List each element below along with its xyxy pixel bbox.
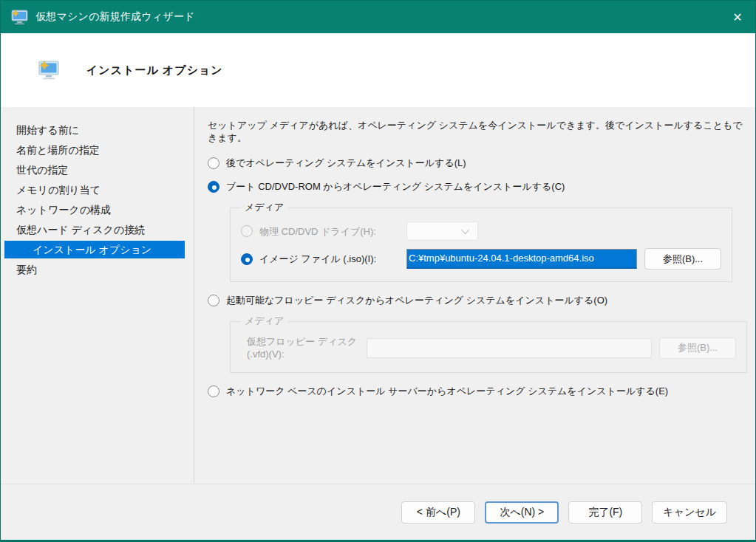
main-content: セットアップ メディアがあれば、オペレーティング システムを今インストールできま… <box>194 107 756 484</box>
sidebar-item-network[interactable]: ネットワークの構成 <box>1 200 194 220</box>
image-file-row: イメージ ファイル (.iso)(I): C:¥tmp¥ubuntu-24.04… <box>239 248 721 270</box>
browse-vfd-button: 参照(B)... <box>659 337 736 359</box>
radio-network-install[interactable]: ネットワーク ベースのインストール サーバーからオペレーティング システムをイン… <box>208 385 747 397</box>
finish-button[interactable]: 完了(F) <box>568 501 642 524</box>
radio-disabled-icon <box>241 225 253 237</box>
vfd-row: 仮想フロッピー ディスク (.vfd)(V): 参照(B)... <box>239 335 736 360</box>
wizard-window: 仮想マシンの新規作成ウィザード ✕ インストール オプション 開始する前に 名前… <box>0 0 756 542</box>
chevron-down-icon <box>461 226 469 234</box>
physical-drive-select <box>406 222 478 241</box>
cancel-button[interactable]: キャンセル <box>652 501 727 524</box>
radio-install-from-cd[interactable]: ブート CD/DVD-ROM からオペレーティング システムをインストールする(… <box>208 180 747 193</box>
wizard-body: 開始する前に 名前と場所の指定 世代の指定 メモリの割り当て ネットワークの構成… <box>1 107 755 484</box>
image-file-label: イメージ ファイル (.iso)(I): <box>259 253 406 265</box>
radio-checked-icon <box>241 253 253 265</box>
sidebar-item-install-options[interactable]: インストール オプション <box>4 241 185 258</box>
sidebar-item-before-you-begin[interactable]: 開始する前に <box>1 120 194 140</box>
radio-network-install-label: ネットワーク ベースのインストール サーバーからオペレーティング システムをイン… <box>226 385 668 397</box>
page-header: インストール オプション <box>1 33 755 107</box>
next-button[interactable]: 次へ(N) > <box>485 501 559 524</box>
intro-text: セットアップ メディアがあれば、オペレーティング システムを今インストールできま… <box>208 119 746 144</box>
iso-path-input[interactable]: C:¥tmp¥ubuntu-24.04.1-desktop-amd64.iso <box>406 249 637 269</box>
sidebar-item-memory[interactable]: メモリの割り当て <box>1 180 194 200</box>
radio-checked-icon <box>208 181 219 193</box>
radio-install-later[interactable]: 後でオペレーティング システムをインストールする(L) <box>208 157 747 169</box>
radio-install-later-label: 後でオペレーティング システムをインストールする(L) <box>226 157 466 169</box>
radio-unchecked-icon <box>208 385 219 397</box>
footer-buttonbar: < 前へ(P) 次へ(N) > 完了(F) キャンセル <box>1 484 755 540</box>
media-groupbox-floppy: メディア 仮想フロッピー ディスク (.vfd)(V): 参照(B)... <box>230 315 747 373</box>
vm-wizard-icon <box>10 10 28 25</box>
vfd-label: 仮想フロッピー ディスク (.vfd)(V): <box>239 335 367 360</box>
media-floppy-legend: メディア <box>241 315 287 328</box>
radio-install-from-cd-label: ブート CD/DVD-ROM からオペレーティング システムをインストールする(… <box>226 180 565 193</box>
sidebar-item-generation[interactable]: 世代の指定 <box>1 160 194 180</box>
sidebar: 開始する前に 名前と場所の指定 世代の指定 メモリの割り当て ネットワークの構成… <box>1 107 194 484</box>
window-title: 仮想マシンの新規作成ウィザード <box>35 10 195 24</box>
sidebar-item-virtual-hard-disk[interactable]: 仮想ハード ディスクの接続 <box>1 220 194 240</box>
physical-drive-row: 物理 CD/DVD ドライブ(H): <box>239 222 721 241</box>
previous-button[interactable]: < 前へ(P) <box>401 501 475 524</box>
radio-install-from-floppy-label: 起動可能なフロッピー ディスクからオペレーティング システムをインストールする(… <box>226 294 607 306</box>
close-button[interactable]: ✕ <box>720 1 755 33</box>
sidebar-item-summary[interactable]: 要約 <box>1 260 194 280</box>
close-icon: ✕ <box>732 10 742 24</box>
browse-iso-button[interactable]: 参照(B)... <box>644 248 721 270</box>
physical-drive-label: 物理 CD/DVD ドライブ(H): <box>259 225 406 238</box>
sidebar-item-name-location[interactable]: 名前と場所の指定 <box>1 140 194 160</box>
media-groupbox-cd: メディア 物理 CD/DVD ドライブ(H): イメージ ファイル (.iso)… <box>230 201 732 282</box>
radio-unchecked-icon <box>208 157 219 169</box>
vfd-path-input <box>367 338 652 358</box>
page-title: インストール オプション <box>86 64 223 78</box>
radio-install-from-floppy[interactable]: 起動可能なフロッピー ディスクからオペレーティング システムをインストールする(… <box>208 294 747 306</box>
media-cd-legend: メディア <box>241 201 287 214</box>
install-options-icon <box>38 61 60 80</box>
radio-unchecked-icon <box>208 295 219 306</box>
titlebar: 仮想マシンの新規作成ウィザード ✕ <box>1 1 755 33</box>
